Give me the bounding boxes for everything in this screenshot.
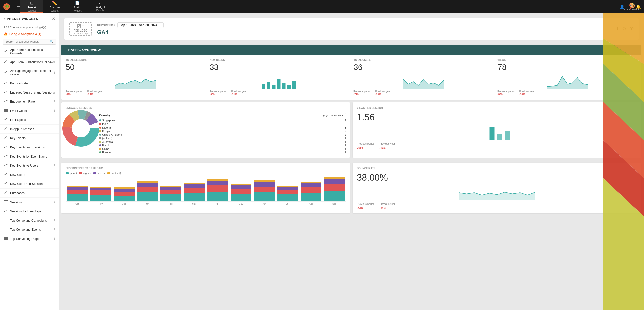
bar-segment [67,190,88,194]
country-dot [99,123,101,125]
sidebar-item-label: Top Converting Events [10,228,52,231]
legend-not-set: (not set) [107,172,121,175]
bottom-row: SESSION TRENDS BY MEDIUM (none) organic [61,163,641,216]
sidebar-item-sessions-user-type[interactable]: Sessions by User Type [0,207,59,216]
legend-not-set-color [107,172,110,174]
sidebar-item-engaged-sessions[interactable]: Engaged Sessions and Sessions [0,88,59,97]
preset-icon: ⊞ [30,1,34,5]
bar-group [276,186,299,201]
date-range-selector[interactable]: Sep 1, 2024 - Sep 30, 2024 [117,22,164,28]
sidebar-item-info-icon[interactable]: ℹ [54,164,55,167]
sidebar-item-avg-engagement[interactable]: Average engagement time per sessionℹ [0,67,59,79]
sidebar-item-first-opens[interactable]: First Opens [0,115,59,125]
settings-icon[interactable]: ⚙ [622,26,626,32]
sidebar-item-label: Key Events [10,136,55,140]
sidebar-item-key-events-event-name[interactable]: Key Events by Event Name [0,152,59,161]
bar-segment [254,187,275,192]
search-icon[interactable]: 🔍 [50,40,53,43]
bar-segment [137,187,158,192]
sidebar-item-top-converting-pages[interactable]: Top Converting Pagesℹ [0,234,59,243]
total-sessions-cell: TOTAL SESSIONS 50 Previous period -41% [66,59,205,96]
country-row: Kenya2 [99,130,346,133]
bar-segment [231,189,252,194]
share-icon[interactable]: ⬆ [615,26,619,32]
logo-area: 🌿 [3,3,10,10]
svg-rect-16 [4,239,8,240]
sidebar-close-button[interactable]: ✕ [52,16,55,21]
engaged-sessions-dropdown[interactable]: Engaged sessions ▼ [318,113,346,117]
bar-segment [160,190,182,194]
bar-segment [184,183,205,184]
bar-group [112,187,136,201]
bar-segment [114,189,135,192]
svg-rect-14 [4,237,8,238]
sidebar-item-top-converting-events[interactable]: Top Converting Eventsℹ [0,225,59,234]
svg-rect-22 [282,83,286,89]
sidebar-item-label: Key Events and Sessions [10,146,55,149]
tab-custom-widget[interactable]: ✏️ Custom Widget [43,0,66,13]
sidebar-search[interactable]: 🔍 [3,39,56,45]
tab-static-widget[interactable]: 📄 Static Widget [66,0,89,13]
sidebar-item-label: New Users and Session [10,182,55,186]
bar-group [229,184,253,201]
country-rows: Singapore7India5Nigeria3Kenya2United Kin… [99,119,346,154]
sidebar-item-key-events[interactable]: Key Events [0,134,59,143]
svg-rect-10 [4,221,8,221]
sidebar-item-event-count[interactable]: Event Countℹ [0,106,59,115]
sidebar-item-sessions[interactable]: Sessionsℹ [0,198,59,207]
tab-preset-widget[interactable]: ⊞ Preset Widget [20,0,43,13]
sidebar-item-app-store-converts[interactable]: App Store Subscriptions Converts [0,46,59,58]
tab-widget-bundle[interactable]: 🗂 Widget Bundle [89,0,112,13]
views-per-session-body: VIEWS PER SESSION 1.56 Previous period -… [353,102,641,153]
sidebar-item-key-events-users[interactable]: Key Events vs Usersℹ [0,161,59,170]
sidebar-item-icon [4,218,8,223]
sidebar-item-info-icon[interactable]: ℹ [54,219,55,222]
mid-row: ENGAGED SESSIONS [61,102,641,160]
bounce-rate-value: 38.00% [357,172,637,183]
sidebar-item-icon [4,71,8,75]
sidebar-item-icon [4,136,8,140]
sidebar-item-in-app-purchases[interactable]: In App Purchases [0,125,59,134]
month-label: Sep [323,203,346,205]
sidebar-item-info-icon[interactable]: ℹ [54,237,55,240]
views-cell: VIEWS 78 Previous period -98% [497,59,637,96]
total-sessions-comparisons: Previous period -41% Previous year -25% [66,90,103,96]
sidebar-item-bounce-rate[interactable]: Bounce Rate [0,79,59,88]
sidebar-item-top-converting-campaigns[interactable]: Top Converting Campaignsℹ [0,216,59,225]
bar-segment [67,194,88,201]
bar-segment [301,193,322,201]
nav-right: 👤 ❓ 🔔 🎨 Colour Themes [620,4,641,9]
bar-segment [207,185,228,192]
month-labels: OctNovDecJanFebMarAprMayJunJulAugSep [66,203,346,205]
colour-themes-button[interactable]: 🎨 Colour Themes [620,0,644,13]
sidebar-item-app-store-renews[interactable]: App Store Subscriptions Renews [0,58,59,67]
eye-icon[interactable]: 👁 [629,26,634,32]
engaged-sessions-label-row: ENGAGED SESSIONS [61,102,350,110]
sidebar-item-new-users[interactable]: New Users [0,170,59,179]
sidebar-item-info-icon[interactable]: ℹ [54,109,55,112]
sidebar-item-info-icon[interactable]: ℹ [54,228,55,231]
month-label: Feb [159,203,182,205]
svg-point-34 [72,119,90,137]
sidebar-item-purchases[interactable]: Purchases [0,189,59,198]
add-logo-button[interactable]: 🖼+ ADD LOGO 250 px X 125 px [69,22,92,36]
month-label: Apr [206,203,229,205]
search-input[interactable] [5,40,50,43]
country-row: Nigeria3 [99,126,346,129]
bar-segment [160,187,182,190]
sidebar-back-button[interactable]: ‹ [4,17,5,21]
total-users-comparisons: Previous period -79% Previous year -29% [353,90,391,96]
sidebar-item-new-users-session[interactable]: New Users and Session [0,179,59,189]
main-layout: ‹ PRESET WIDGETS ✕ 2 / 2 Choose your pre… [0,13,644,310]
sidebar-item-info-icon[interactable]: ℹ [54,200,55,204]
sidebar-item-engagement-rate[interactable]: Engagement Rateℹ [0,97,59,106]
sidebar-item-info-icon[interactable]: ℹ [54,100,55,103]
sidebar-item-label: Top Converting Campaigns [10,219,52,222]
sidebar-item-key-events-sessions[interactable]: Key Events and Sessions [0,143,59,152]
svg-text:🌿: 🌿 [5,5,9,9]
hamburger-icon[interactable]: ☰ [16,4,20,9]
bar-group [253,180,276,201]
country-row: China1 [99,147,346,150]
sidebar-item-info-icon[interactable]: ℹ [54,71,55,74]
country-row: India5 [99,122,346,126]
